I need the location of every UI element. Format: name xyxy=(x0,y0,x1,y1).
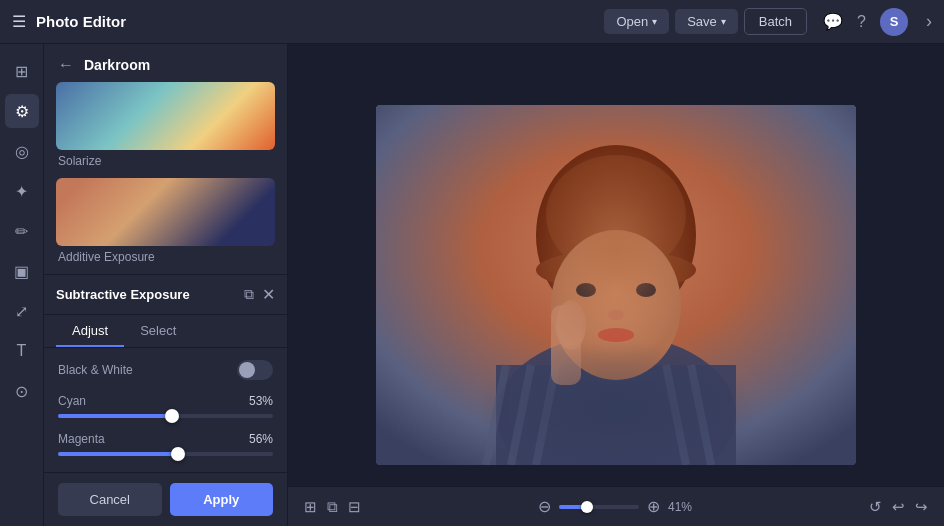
panel-tabs: Adjust Select xyxy=(44,315,287,348)
magenta-label: Magenta xyxy=(58,432,249,446)
black-white-label: Black & White xyxy=(58,363,148,377)
svg-line-5 xyxy=(536,365,556,465)
subtractive-exposure-panel: Subtractive Exposure ⧉ ✕ Adjust Select B… xyxy=(44,274,287,526)
copy-icon[interactable]: ⧉ xyxy=(244,286,254,303)
cyan-slider-row: Cyan 53% xyxy=(58,394,273,418)
svg-point-13 xyxy=(636,283,656,297)
solarize-thumb xyxy=(56,82,275,150)
topbar: ☰ Photo Editor Open ▾ Save ▾ Batch 💬 ? S… xyxy=(0,0,944,44)
darkroom-header: ← Darkroom xyxy=(44,44,287,82)
batch-button[interactable]: Batch xyxy=(744,8,807,35)
topbar-right: 💬 ? S › xyxy=(823,8,932,36)
controls-area: Black & White Cyan 53% xyxy=(44,348,287,472)
frames-icon[interactable]: ▣ xyxy=(5,254,39,288)
paint-icon[interactable]: ✏ xyxy=(5,214,39,248)
portrait-svg xyxy=(376,105,856,465)
svg-line-4 xyxy=(511,365,531,465)
app-title: Photo Editor xyxy=(36,13,126,30)
main-area: ⊞ ⚙ ◎ ✦ ✏ ▣ ⤢ T ⊙ ← Darkroom Solarize Ad… xyxy=(0,44,944,526)
darkroom-title: Darkroom xyxy=(84,57,150,73)
tool-sidebar: ⊞ ⚙ ◎ ✦ ✏ ▣ ⤢ T ⊙ xyxy=(0,44,44,526)
cyan-label: Cyan xyxy=(58,394,249,408)
svg-point-16 xyxy=(556,300,586,350)
magenta-value: 56% xyxy=(249,432,273,446)
toggle-track[interactable] xyxy=(237,360,273,380)
adjustments-icon[interactable]: ⚙ xyxy=(5,94,39,128)
save-chevron-icon: ▾ xyxy=(721,16,726,27)
undo-icon[interactable]: ↩ xyxy=(892,498,905,516)
zoom-control: ⊖ ⊕ 41% xyxy=(538,497,692,516)
export-icon[interactable]: ⤢ xyxy=(5,294,39,328)
svg-line-7 xyxy=(691,365,711,465)
more-icon[interactable]: › xyxy=(926,11,932,32)
svg-line-3 xyxy=(486,365,506,465)
open-button[interactable]: Open ▾ xyxy=(604,9,669,34)
sub-panel-header: Subtractive Exposure ⧉ ✕ xyxy=(44,275,287,315)
tab-adjust[interactable]: Adjust xyxy=(56,315,124,347)
apply-button[interactable]: Apply xyxy=(170,483,274,516)
zoom-out-button[interactable]: ⊖ xyxy=(538,497,551,516)
cyan-slider[interactable] xyxy=(58,414,273,418)
solarize-label: Solarize xyxy=(56,150,275,170)
undo-history-icon[interactable]: ↺ xyxy=(869,498,882,516)
canvas-area: ⊞ ⧉ ⊟ ⊖ ⊕ 41% ↺ ↩ ↪ xyxy=(288,44,944,526)
photo-canvas xyxy=(376,105,856,465)
svg-point-12 xyxy=(576,283,596,297)
grid-icon[interactable]: ⊟ xyxy=(348,498,361,516)
open-chevron-icon: ▾ xyxy=(652,16,657,27)
layers-icon[interactable]: ⊞ xyxy=(5,54,39,88)
redo-icon[interactable]: ↪ xyxy=(915,498,928,516)
svg-point-10 xyxy=(536,250,696,290)
svg-point-9 xyxy=(546,155,686,275)
preview-icon[interactable]: ◎ xyxy=(5,134,39,168)
additive-thumb xyxy=(56,178,275,246)
svg-line-6 xyxy=(666,365,686,465)
text-icon[interactable]: T xyxy=(5,334,39,368)
topbar-actions: Open ▾ Save ▾ Batch xyxy=(604,8,807,35)
menu-icon[interactable]: ☰ xyxy=(12,12,26,31)
black-white-toggle[interactable] xyxy=(237,360,273,380)
cyan-value: 53% xyxy=(249,394,273,408)
zoom-value: 41% xyxy=(668,500,692,514)
zoom-slider[interactable] xyxy=(559,505,639,509)
bottom-left-tools: ⊞ ⧉ ⊟ xyxy=(304,498,361,516)
svg-point-11 xyxy=(551,230,681,380)
svg-point-14 xyxy=(608,310,624,320)
panel-footer: Cancel Apply xyxy=(44,472,287,526)
compare-icon[interactable]: ⧉ xyxy=(327,498,338,516)
save-button[interactable]: Save ▾ xyxy=(675,9,738,34)
cancel-button[interactable]: Cancel xyxy=(58,483,162,516)
avatar[interactable]: S xyxy=(880,8,908,36)
filter-solarize[interactable]: Solarize xyxy=(56,82,275,170)
help-icon[interactable]: ? xyxy=(857,13,866,31)
back-button[interactable]: ← xyxy=(58,56,74,74)
tab-select[interactable]: Select xyxy=(124,315,192,347)
effects-icon[interactable]: ✦ xyxy=(5,174,39,208)
filter-additive[interactable]: Additive Exposure xyxy=(56,178,275,266)
toggle-knob xyxy=(239,362,255,378)
filter-list: Solarize Additive Exposure xyxy=(44,82,287,274)
photo-frame xyxy=(376,105,856,465)
chat-icon[interactable]: 💬 xyxy=(823,12,843,31)
svg-point-1 xyxy=(496,335,736,465)
left-panel: ← Darkroom Solarize Additive Exposure Su… xyxy=(44,44,288,526)
svg-rect-17 xyxy=(551,305,581,385)
black-white-row: Black & White xyxy=(58,360,273,380)
svg-rect-2 xyxy=(496,365,736,465)
svg-point-15 xyxy=(598,328,634,342)
zoom-in-button[interactable]: ⊕ xyxy=(647,497,660,516)
bottom-bar: ⊞ ⧉ ⊟ ⊖ ⊕ 41% ↺ ↩ ↪ xyxy=(288,486,944,526)
svg-point-8 xyxy=(536,145,696,325)
sub-panel-title: Subtractive Exposure xyxy=(56,287,236,302)
bottom-right-tools: ↺ ↩ ↪ xyxy=(869,498,928,516)
svg-rect-0 xyxy=(376,105,856,465)
magenta-slider-row: Magenta 56% xyxy=(58,432,273,456)
close-panel-button[interactable]: ✕ xyxy=(262,285,275,304)
additive-label: Additive Exposure xyxy=(56,246,275,266)
layers-bottom-icon[interactable]: ⊞ xyxy=(304,498,317,516)
settings-icon[interactable]: ⊙ xyxy=(5,374,39,408)
magenta-slider[interactable] xyxy=(58,452,273,456)
